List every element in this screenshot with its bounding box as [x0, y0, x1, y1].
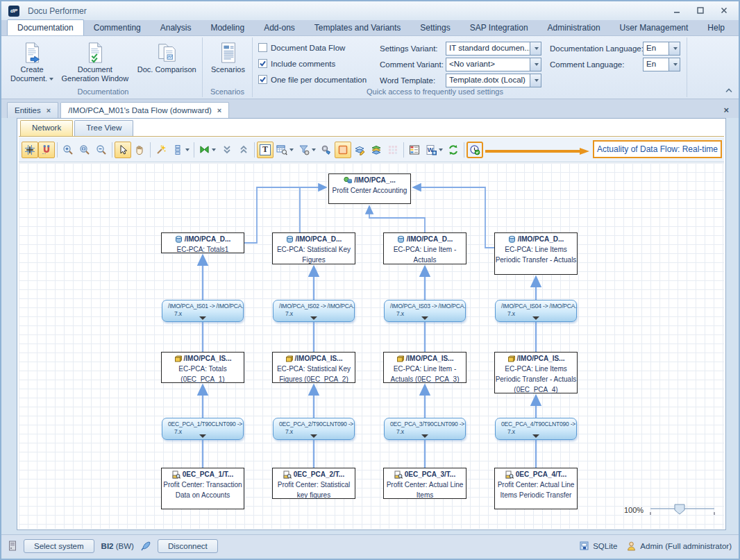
transformations-button[interactable] [196, 142, 219, 158]
zoom-slider-thumb[interactable] [675, 504, 684, 514]
node-datasource-2[interactable]: 0EC_PCA_2/T... Profit Center: Statistica… [272, 468, 355, 499]
close-tab-icon[interactable]: × [47, 106, 51, 114]
filter-button[interactable] [296, 142, 318, 158]
doc-tab-entities[interactable]: Entities × [7, 102, 58, 118]
tab-modeling[interactable]: Modeling [201, 20, 254, 35]
data-flow-actuality-button[interactable] [466, 142, 483, 158]
document-panel: Network Tree View T [17, 118, 726, 530]
node-infosource-1[interactable]: /IMO/PCA_IS... EC-PCA: Totals (0EC_PCA_1… [161, 352, 244, 383]
node-dso-4[interactable]: /IMO/PCA_D... EC-PCA: Line Items Periodi… [494, 232, 578, 275]
zoom-in-button[interactable] [60, 142, 76, 158]
zoom-out-button[interactable] [93, 142, 110, 158]
display-settings-button[interactable] [318, 142, 335, 158]
transformation-box[interactable]: /IMO/PCA_IS01 -> /IMO/PCA... 7.x [162, 300, 244, 322]
transformation-box[interactable]: 0EC_PCA_2/T90CLNT090 -> /I... 7.x [273, 418, 355, 440]
doc-tab-data-flow[interactable]: /IMO/PCA_M01's Data Flow (downward) × [60, 102, 229, 118]
word-export-button[interactable]: W [423, 142, 445, 158]
legend-button[interactable] [406, 142, 423, 158]
node-dso-1[interactable]: /IMO/PCA_D... EC-PCA: Totals1 [161, 232, 244, 253]
checkbox-one-file-per-documentation[interactable]: One file per documentation [258, 75, 367, 84]
transformation-box[interactable]: /IMO/PCA_IS04 -> /IMO/PCA... 7.x [495, 300, 577, 322]
zoom-value: 100% [624, 506, 644, 514]
layout-options-button[interactable] [169, 142, 192, 158]
zoom-slider[interactable] [646, 502, 718, 518]
zoom-to-fit-button[interactable] [76, 142, 93, 158]
close-button[interactable] [718, 5, 730, 16]
node-infocube[interactable]: /IMO/PCA_... Profit Center Accounting [328, 173, 411, 204]
auto-layout-button[interactable] [153, 142, 169, 158]
show-grid-button[interactable] [22, 142, 38, 158]
scenarios-button[interactable]: Scenarios [207, 40, 249, 74]
view-tab-tree-view[interactable]: Tree View [74, 120, 133, 136]
doc-comparison-button[interactable]: Doc. Comparison [134, 40, 199, 83]
infosource-icon [174, 355, 182, 362]
dropdown-arrow-icon[interactable] [668, 42, 680, 56]
tab-commenting[interactable]: Commenting [84, 20, 151, 35]
layers-button[interactable] [368, 142, 385, 158]
node-datasource-1[interactable]: 0EC_PCA_1/T... Profit Center: Transactio… [161, 468, 244, 509]
create-document-button[interactable]: Create Document. [8, 40, 56, 83]
snap-to-grid-button[interactable] [38, 142, 55, 158]
transformation-box[interactable]: 0EC_PCA_4/T90CLNT090 -> /I... 7.x [495, 418, 577, 440]
node-infosource-3[interactable]: /IMO/PCA_IS... EC-PCA: Line Item - Actua… [383, 352, 466, 383]
comment-variant-select[interactable]: <No variant> [446, 58, 541, 71]
frame-highlight-button[interactable] [335, 142, 351, 158]
minimize-button[interactable] [671, 5, 683, 16]
diagram-canvas[interactable]: /IMO/PCA_... Profit Center Accounting /I… [19, 163, 724, 529]
table-lookup-button[interactable] [274, 142, 296, 158]
tab-help[interactable]: Help [698, 20, 734, 35]
checkbox-include-comments[interactable]: Include comments [258, 59, 335, 68]
checkbox-document-data-flow[interactable]: Document Data Flow [258, 43, 345, 52]
node-datasource-4[interactable]: 0EC_PCA_4/T... Profit Center: Actual Lin… [494, 468, 578, 509]
node-dso-2[interactable]: /IMO/PCA_D... EC-PCA: Statistical Key Fi… [272, 232, 355, 264]
close-tab-icon[interactable]: × [217, 106, 221, 114]
documentation-language-select[interactable]: En [643, 42, 680, 56]
text-icon: T [260, 144, 271, 155]
text-display-button[interactable]: T [257, 142, 274, 158]
transformation-box[interactable]: /IMO/PCA_IS03 -> /IMO/PCA... 7.x [384, 300, 466, 322]
infosource-icon [285, 355, 293, 362]
node-infosource-2[interactable]: /IMO/PCA_IS... EC-PCA: Statistical Key F… [272, 352, 355, 383]
ribbon-collapse-chevron-icon[interactable] [725, 83, 733, 96]
tab-templates-and-variants[interactable]: Templates and Variants [305, 20, 411, 35]
tab-administration[interactable]: Administration [538, 20, 610, 35]
pan-hand-button[interactable] [131, 142, 148, 158]
user-icon [627, 541, 636, 551]
collapse-all-button[interactable] [219, 142, 235, 158]
maximize-button[interactable] [694, 5, 707, 16]
view-tab-network[interactable]: Network [20, 120, 73, 136]
database-label[interactable]: SQLite [593, 542, 617, 550]
grid-dots-button[interactable] [385, 142, 401, 158]
tab-documentation[interactable]: Documentation [7, 19, 84, 35]
comment-language-select[interactable]: En [643, 58, 680, 71]
word-template-select[interactable]: Template.dotx (Local) [446, 74, 541, 87]
tab-add-ons[interactable]: Add-ons [254, 20, 305, 35]
title-bar: dP Docu Performer [1, 1, 739, 20]
edit-layers-button[interactable] [351, 142, 368, 158]
refresh-button[interactable] [445, 142, 462, 158]
transformation-box[interactable]: 0EC_PCA_1/T90CLNT090 -> /I... 7.x [162, 418, 244, 440]
node-datasource-3[interactable]: 0EC_PCA_3/T... Profit Center: Actual Lin… [383, 468, 466, 499]
current-user-label[interactable]: Admin (Full administrator) [640, 542, 732, 550]
close-pane-icon[interactable]: × [723, 106, 729, 114]
dropdown-arrow-icon[interactable] [530, 42, 541, 56]
tab-settings[interactable]: Settings [410, 20, 460, 35]
select-system-button[interactable]: Select system [24, 539, 94, 553]
dropdown-arrow-icon[interactable] [530, 58, 541, 71]
settings-variant-select[interactable]: IT standard documen... [446, 42, 541, 56]
tab-user-management[interactable]: User Management [610, 20, 698, 35]
document-generation-window-button[interactable]: Document Generation Window [60, 40, 130, 83]
transformation-box[interactable]: /IMO/PCA_IS02 -> /IMO/PCA... 7.x [273, 300, 355, 322]
tab-sap-integration[interactable]: SAP Integration [460, 20, 538, 35]
expand-all-button[interactable] [235, 142, 252, 158]
select-pointer-button[interactable] [115, 142, 131, 158]
dropdown-arrow-icon[interactable] [668, 58, 680, 71]
tab-analysis[interactable]: Analysis [151, 20, 201, 35]
connector-lines [19, 163, 724, 529]
transformation-box[interactable]: 0EC_PCA_3/T90CLNT090 -> /I... 7.x [384, 418, 466, 440]
node-infosource-4[interactable]: /IMO/PCA_IS... EC-PCA: Line Items Period… [494, 352, 578, 393]
node-dso-3[interactable]: /IMO/PCA_D... EC-PCA: Line Item - Actual… [383, 232, 466, 264]
datasource-icon [283, 470, 292, 479]
disconnect-button[interactable]: Disconnect [158, 539, 218, 553]
dropdown-arrow-icon[interactable] [530, 74, 541, 87]
